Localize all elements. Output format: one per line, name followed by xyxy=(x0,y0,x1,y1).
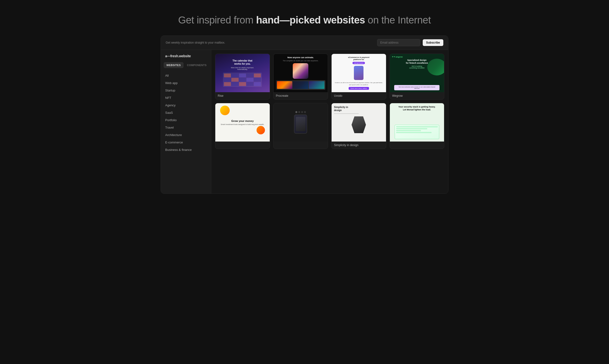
money-coin2 xyxy=(257,126,265,134)
top-bar: Get weekly inspiration straight to your … xyxy=(161,36,448,50)
simplicity-headline: Simplicity indesign xyxy=(334,106,348,112)
procreate-card-1 xyxy=(277,81,292,89)
card-label-procreate: Procreate xyxy=(274,92,328,99)
uvodo-pill: entrepreneurs xyxy=(352,62,365,64)
mob-dot-4 xyxy=(304,111,306,113)
email-input[interactable] xyxy=(377,39,420,46)
mob-screen xyxy=(296,117,305,131)
card-label-wegrow: Wegrow xyxy=(390,92,444,99)
card-label-simplicity: Simplicity in design xyxy=(332,142,386,149)
procreate-card-2 xyxy=(293,81,308,89)
card-rise[interactable]: The calendar thatworks for you. More tim… xyxy=(215,54,270,100)
tab-components[interactable]: COMPONENTS xyxy=(184,62,209,68)
content-area: The calendar thatworks for you. More tim… xyxy=(211,50,448,194)
card-thumbnail-money: Grow your money Smart investment tools d… xyxy=(215,103,270,142)
wegrow-logo: ✦✦ wegrow xyxy=(392,56,403,58)
rise-grid xyxy=(223,73,262,87)
card-label-monad xyxy=(390,142,444,145)
simplicity-line xyxy=(334,114,359,114)
card-thumbnail-wegrow: ✦✦ wegrow Specialized designfor fintech … xyxy=(390,54,444,92)
subscribe-button[interactable]: Subscribe xyxy=(423,39,443,46)
procreate-card-3 xyxy=(309,81,324,89)
sidebar-item-architecture[interactable]: Architecture xyxy=(161,131,211,139)
monad-interface xyxy=(395,125,439,139)
wegrow-cta-box: Get now exclusive early access to our su… xyxy=(394,85,440,90)
sidebar-item-startup[interactable]: Startup xyxy=(161,87,211,94)
card-label-uvodo: Uvodo xyxy=(332,92,386,99)
sidebar-item-saas[interactable]: SaaS xyxy=(161,109,211,116)
card-interface[interactable] xyxy=(273,103,328,149)
wegrow-sub: We're buildingsomething incredible xyxy=(409,65,425,69)
card-monad[interactable]: Your security stack is getting heavy.Let… xyxy=(390,103,444,149)
sidebar-item-business[interactable]: Business & finance xyxy=(161,146,211,154)
hero-title: Get inspired from hand—picked websites o… xyxy=(5,14,604,26)
card-thumbnail-uvodo: eCommerce & paymentplatform for entrepre… xyxy=(332,54,386,92)
sidebar-item-travel[interactable]: Travel xyxy=(161,124,211,131)
card-thumbnail-rise: The calendar thatworks for you. More tim… xyxy=(215,54,270,92)
card-procreate[interactable]: Now anyone can animate. The complete art… xyxy=(273,54,328,100)
sidebar-item-portfolio[interactable]: Portfolio xyxy=(161,116,211,124)
hero-title-after: on the Internet xyxy=(365,14,431,26)
card-label-multisingle xyxy=(215,142,270,145)
cards-grid: The calendar thatworks for you. More tim… xyxy=(215,54,444,149)
card-uvodo[interactable]: eCommerce & paymentplatform for entrepre… xyxy=(331,54,386,100)
monad-bar-1 xyxy=(396,126,438,127)
app-window: Get weekly inspiration straight to your … xyxy=(161,35,448,194)
sidebar-item-ecommerce[interactable]: E-commerce xyxy=(161,139,211,146)
mob-dot-2 xyxy=(298,111,300,113)
money-coin1 xyxy=(220,106,230,115)
procreate-product xyxy=(293,63,308,79)
logo: a—fresh.website xyxy=(161,54,211,62)
monad-bar-4 xyxy=(396,132,431,133)
email-subscribe-area: Subscribe xyxy=(377,39,443,46)
card-simplicity[interactable]: Simplicity indesign Simplicity in design xyxy=(331,103,386,149)
procreate-bottom xyxy=(276,80,326,90)
mob-dot-1 xyxy=(295,111,297,113)
wegrow-decoration xyxy=(427,59,444,76)
tab-websites[interactable]: WEBSITES xyxy=(164,62,183,68)
mob-dot-3 xyxy=(301,111,303,113)
hero-title-bold: hand—picked websites xyxy=(256,14,365,26)
wegrow-cta-text: Get now exclusive early access to our su… xyxy=(396,86,438,89)
monad-headline: Your security stack is getting heavy.Let… xyxy=(398,106,435,111)
mob-dots xyxy=(295,111,306,113)
rise-sub: More time for what's important.Automatic… xyxy=(231,67,254,70)
uvodo-phone xyxy=(354,66,363,80)
procreate-headline: Now anyone can animate. xyxy=(288,56,314,59)
hero-section: Get inspired from hand—picked websites o… xyxy=(0,0,609,35)
sidebar-item-nft[interactable]: NFT xyxy=(161,94,211,102)
monad-bar-3 xyxy=(396,130,421,131)
card-thumbnail-mobile xyxy=(274,103,328,142)
card-thumbnail-procreate: Now anyone can animate. The complete art… xyxy=(274,54,328,92)
sidebar-item-all[interactable]: All xyxy=(161,72,211,79)
sidebar: a—fresh.website WEBSITES COMPONENTS All … xyxy=(161,50,211,194)
rise-headline: The calendar thatworks for you. xyxy=(233,59,252,65)
wegrow-headline: Specialized designfor fintech excellence xyxy=(406,59,428,65)
mob-phone xyxy=(294,115,307,134)
procreate-sub: The complete art studio you can take any… xyxy=(283,60,318,62)
card-thumbnail-monad: Your security stack is getting heavy.Let… xyxy=(390,103,444,142)
sidebar-nav: All Web app Startup NFT Agency SaaS Port… xyxy=(161,72,211,154)
main-layout: a—fresh.website WEBSITES COMPONENTS All … xyxy=(161,50,448,194)
newsletter-text: Get weekly inspiration straight to your … xyxy=(166,41,225,44)
card-multisingle[interactable]: Grow your money Smart investment tools d… xyxy=(215,103,270,149)
card-wegrow[interactable]: ✦✦ wegrow Specialized designfor fintech … xyxy=(390,54,444,100)
hero-title-plain: Get inspired from xyxy=(178,14,256,26)
uvodo-cta: Quick store setup, selling. xyxy=(349,87,369,90)
sidebar-item-webapp[interactable]: Web app xyxy=(161,79,211,87)
card-thumbnail-simplicity: Simplicity indesign xyxy=(332,103,386,142)
card-label-rise: Rise xyxy=(215,92,270,99)
money-sub: Smart investment tools designed to build… xyxy=(221,124,264,125)
card-label-interface xyxy=(274,142,328,145)
sidebar-item-agency[interactable]: Agency xyxy=(161,102,211,109)
simplicity-figure xyxy=(351,116,366,133)
nav-tabs: WEBSITES COMPONENTS xyxy=(161,62,211,72)
uvodo-desc: Uvodo is an all-in-one eCommerce & payme… xyxy=(334,82,384,86)
monad-bar-2 xyxy=(396,128,427,129)
uvodo-headline: eCommerce & paymentplatform for xyxy=(348,56,370,61)
money-headline: Grow your money xyxy=(231,119,254,122)
